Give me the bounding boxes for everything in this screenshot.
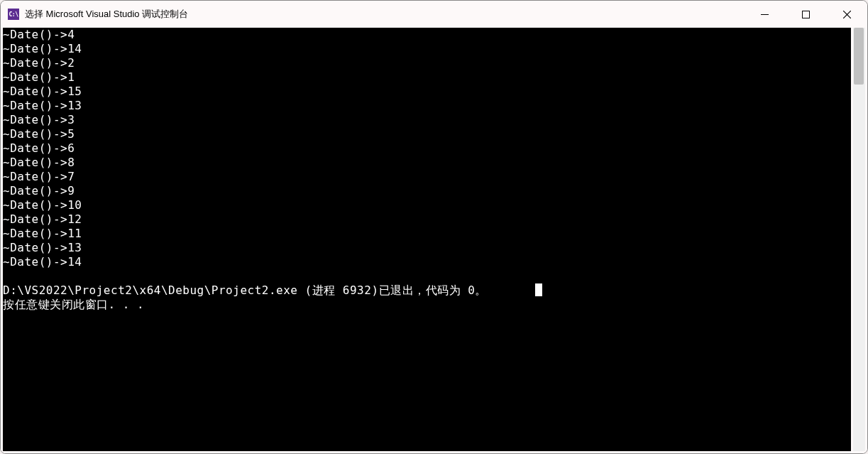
window-title: 选择 Microsoft Visual Studio 调试控制台 [25, 8, 744, 21]
maximize-icon [802, 11, 810, 18]
console-line: ~Date()->12 [3, 212, 851, 227]
console-line: ~Date()->14 [3, 42, 851, 56]
maximize-button[interactable] [785, 1, 826, 28]
console-line: ~Date()->14 [3, 255, 851, 269]
console-line: ~Date()->7 [3, 170, 851, 184]
console-line: ~Date()->2 [3, 56, 851, 70]
selection-cursor [535, 283, 542, 296]
vertical-scrollbar[interactable] [853, 28, 865, 451]
app-icon: C:\ [8, 9, 19, 20]
titlebar[interactable]: C:\ 选择 Microsoft Visual Studio 调试控制台 [1, 1, 867, 28]
console-line: ~Date()->6 [3, 141, 851, 156]
svg-rect-1 [802, 11, 809, 18]
console-line [3, 269, 851, 283]
close-icon [843, 11, 851, 18]
console-line: ~Date()->5 [3, 127, 851, 141]
close-button[interactable] [826, 1, 867, 28]
console-line: ~Date()->9 [3, 184, 851, 198]
console-line: ~Date()->11 [3, 227, 851, 241]
minimize-button[interactable] [744, 1, 785, 28]
console-line: ~Date()->8 [3, 156, 851, 170]
console-window: C:\ 选择 Microsoft Visual Studio 调试控制台 [0, 0, 868, 454]
minimize-icon [761, 11, 769, 18]
console-line: ~Date()->10 [3, 198, 851, 212]
console-line: ~Date()->4 [3, 28, 851, 42]
console-line: ~Date()->3 [3, 113, 851, 127]
console-line: ~Date()->1 [3, 70, 851, 85]
console-line: ~Date()->15 [3, 85, 851, 99]
console-client-area: ~Date()->4~Date()->14~Date()->2~Date()->… [1, 28, 867, 453]
window-controls [744, 1, 867, 28]
console-line: ~Date()->13 [3, 99, 851, 113]
console-output[interactable]: ~Date()->4~Date()->14~Date()->2~Date()->… [3, 28, 851, 451]
console-line: 按任意键关闭此窗口. . . [3, 298, 851, 312]
console-line: D:\VS2022\Project2\x64\Debug\Project2.ex… [3, 283, 851, 298]
scroll-thumb[interactable] [854, 28, 864, 85]
console-line: ~Date()->13 [3, 241, 851, 255]
